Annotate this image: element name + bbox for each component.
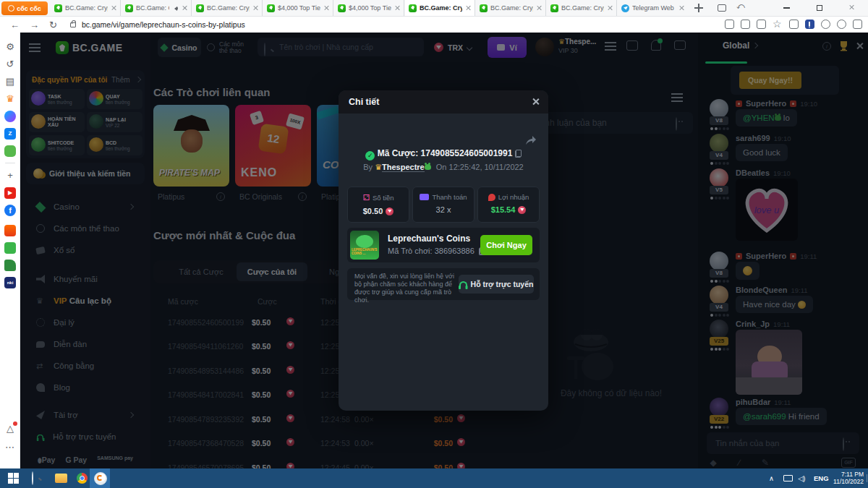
news-feed-icon[interactable]: ▤ — [4, 76, 16, 87]
nki-app-icon[interactable]: nki — [4, 277, 16, 288]
help-box: Mọi vấn đề, xin vui lòng liên hệ với bộ … — [347, 268, 540, 300]
stat-profit: Lợi nhuận $15.54 — [477, 187, 540, 223]
modal-header: Chi tiết — [339, 90, 548, 114]
coccoc-taskbar-active[interactable] — [90, 468, 110, 488]
tab-audio-icon[interactable] — [172, 5, 179, 12]
translate-icon[interactable] — [741, 20, 750, 29]
windows-taskbar: ∧ ◁) ENG 7:11 PM11/10/2022 — [0, 468, 868, 488]
workspace-back-icon[interactable]: ⤺ — [736, 1, 745, 11]
bcgame-favicon — [338, 4, 346, 12]
game-thumbnail[interactable]: LEPRECHAUN'SCOINS ... — [350, 231, 379, 260]
modal-title: Chi tiết — [349, 97, 379, 107]
history-icon[interactable]: ↺ — [4, 59, 16, 70]
crown-icon: ♛ — [375, 163, 382, 171]
tab-close-icon[interactable] — [536, 5, 542, 11]
dice-icon: ⚁ — [362, 193, 370, 202]
bet-datetime: 12:25:42, 10/11/2022 — [449, 163, 524, 171]
frog-emoji — [425, 164, 431, 170]
play-now-button[interactable]: Chơi Ngay — [480, 235, 532, 255]
copy-icon[interactable] — [515, 150, 522, 158]
bcgame-favicon — [550, 4, 558, 12]
headphones-icon — [459, 281, 467, 288]
browser-tab-6-active[interactable]: BC.Game: Crypto — [405, 0, 475, 16]
game-name: Leprechaun's Coins — [388, 234, 470, 244]
profit-icon — [488, 194, 495, 201]
chrome-icon[interactable] — [77, 473, 88, 484]
coccoc-ring-icon — [8, 5, 14, 12]
browser-tab-3[interactable]: BC.Game: Crypto — [192, 0, 263, 16]
facebook-icon[interactable]: f — [4, 205, 16, 216]
language-indicator[interactable]: ENG — [814, 474, 829, 482]
downloads-tray-icon[interactable] — [853, 20, 862, 29]
browser-tab-2[interactable]: BC.Game: Cry — [122, 0, 192, 16]
network-icon[interactable] — [783, 475, 793, 481]
extensions-icon[interactable] — [821, 20, 830, 29]
back-icon[interactable]: ← — [10, 20, 20, 30]
zalo-icon[interactable]: Z — [4, 128, 16, 140]
shop-app-icon[interactable] — [4, 225, 16, 236]
show-desktop-edge[interactable] — [867, 474, 867, 482]
more-options-icon[interactable]: ⋯ — [4, 442, 16, 453]
crown-icon[interactable]: ♛ — [4, 93, 16, 105]
tab-close-icon[interactable] — [607, 5, 613, 11]
start-button[interactable] — [7, 472, 20, 484]
bet-id-value: 1749085524605001991 — [421, 148, 513, 158]
file-explorer-icon[interactable] — [55, 474, 67, 483]
share-icon[interactable] — [525, 135, 537, 145]
window-close-button[interactable] — [835, 0, 868, 16]
tab-close-icon[interactable] — [394, 5, 400, 11]
tab-close-icon[interactable] — [252, 5, 258, 11]
bcgame-favicon — [480, 4, 488, 12]
save-page-icon[interactable] — [725, 20, 734, 29]
browser-tab-8[interactable]: BC.Game: Crypto — [547, 0, 617, 16]
settings-gear-icon[interactable]: ⚙ — [4, 41, 16, 53]
share-icon[interactable] — [757, 20, 766, 29]
live-support-button[interactable]: Hỗ trợ trực tuyến — [459, 275, 534, 294]
browser-tab-1[interactable]: BC.Game: Crypto — [51, 0, 121, 16]
window-maximize-button[interactable] — [803, 0, 835, 16]
profile-icon[interactable] — [837, 20, 846, 29]
download-manager-icon[interactable] — [805, 20, 814, 29]
tab-close-icon[interactable] — [678, 5, 684, 11]
bcgame-favicon — [196, 4, 204, 12]
lock-icon[interactable] — [70, 22, 76, 27]
coccoc-logo-label: cốc cốc — [17, 5, 41, 12]
url-text[interactable]: bc.game/vi/game/leprechaun-s-coins-by-pl… — [82, 20, 245, 29]
clock[interactable]: 7:11 PM11/10/2022 — [830, 471, 864, 485]
tab-close-icon[interactable] — [182, 5, 187, 11]
messenger-icon[interactable] — [4, 111, 16, 122]
games-controller-icon[interactable] — [4, 145, 16, 157]
page-viewport: BC.GAME Đặc quyền VIP của tôi Thêm TASKt… — [20, 33, 868, 468]
taskbar-search-icon[interactable] — [32, 472, 44, 484]
telegram-favicon — [621, 4, 629, 12]
forward-icon[interactable]: → — [30, 20, 39, 30]
modal-close-icon[interactable] — [532, 98, 540, 106]
adblock-shield-icon[interactable] — [789, 20, 799, 29]
bookmark-star-icon[interactable]: ☆ — [773, 20, 783, 29]
youtube-icon[interactable]: ▶ — [4, 187, 16, 199]
game-id-value: 386963886 — [435, 247, 475, 255]
stat-amount: ⚁Số tiền $0.50 — [347, 187, 409, 223]
volume-icon[interactable]: ◁) — [798, 474, 805, 482]
browser-tab-5[interactable]: $4,000 Top Tier P — [334, 0, 404, 16]
reload-icon[interactable]: ↻ — [49, 20, 57, 30]
notification-bell-icon[interactable]: △ — [4, 423, 16, 435]
window-minimize-button[interactable] — [770, 0, 803, 16]
tray-expand-icon[interactable]: ∧ — [769, 474, 774, 482]
tab-close-icon[interactable] — [323, 5, 329, 11]
tab-close-icon[interactable] — [465, 5, 471, 11]
browser-tab-9[interactable]: Telegram Web — [618, 0, 688, 16]
address-toolbar: ← → ↻ bc.game/vi/game/leprechaun-s-coins… — [0, 17, 868, 33]
browser-tab-4[interactable]: $4,000 Top Tier P — [263, 0, 333, 16]
stat-payout: Thanh toán 32 x — [412, 187, 475, 223]
add-site-icon[interactable]: + — [4, 170, 16, 181]
utility-app-icon[interactable] — [4, 242, 16, 254]
trx-coin-icon — [518, 206, 526, 214]
hat-app-icon[interactable] — [4, 260, 16, 271]
bet-user-link[interactable]: Thespectre — [382, 163, 425, 172]
coccoc-logo[interactable]: cốc cốc — [1, 1, 48, 15]
bcgame-favicon — [267, 4, 275, 12]
tab-close-icon[interactable] — [111, 5, 116, 11]
browser-tab-7[interactable]: BC.Game: Crypto — [476, 0, 546, 16]
reading-list-icon[interactable] — [718, 4, 726, 12]
